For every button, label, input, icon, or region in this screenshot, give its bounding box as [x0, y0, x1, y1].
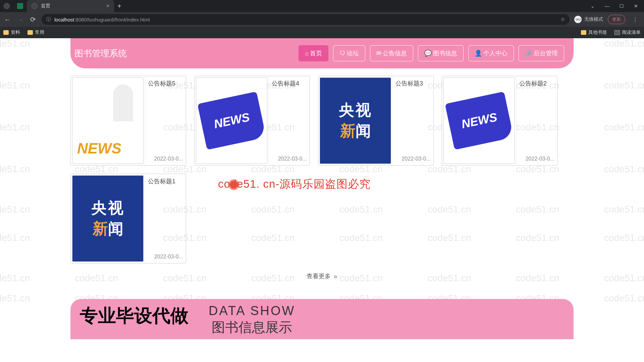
bookmarks-bar: 资料 常用 其他书签 阅读清单: [0, 27, 644, 38]
see-more-link[interactable]: 查看更多 »: [70, 272, 574, 280]
window-controls: ⌄ — ☐ ✕: [591, 3, 644, 9]
bookmark-star-icon[interactable]: ☆: [560, 16, 565, 22]
card-date: 2022-03-0...: [148, 254, 183, 260]
bookmark-folder-changyong[interactable]: 常用: [28, 29, 44, 36]
tab-title: 首页: [41, 3, 50, 9]
nav-icon: 👤: [475, 50, 482, 57]
card-date: 2022-03-0...: [519, 156, 554, 162]
page: code51.cncode51.cncode51.cncode51.cncode…: [0, 38, 644, 339]
nav-item-2[interactable]: ✉公告信息: [370, 45, 413, 61]
announcement-card[interactable]: NEWS公告标题22022-03-0...: [442, 76, 557, 166]
announcement-card[interactable]: 央视新闻公告标题12022-03-0...: [70, 174, 186, 263]
banner-en: DATA SHOW: [209, 304, 295, 318]
nav-icon: ⌂: [305, 50, 309, 57]
card-body: 公告标题22022-03-0...: [517, 76, 557, 165]
card-body: 公告标题32022-03-0...: [393, 76, 433, 165]
tab-bar: 首页 × + ⌄ — ☐ ✕: [0, 0, 644, 12]
window-close-icon[interactable]: ✕: [634, 3, 638, 9]
card-date: 2022-03-0...: [395, 156, 431, 162]
card-title: 公告标题4: [272, 79, 307, 87]
folder-icon: [3, 30, 9, 35]
incognito-icon: 👓: [574, 16, 582, 23]
card-thumbnail: NEWS: [195, 76, 269, 165]
url-text: localhost:8080/tushuguanli/front/index.h…: [54, 17, 557, 22]
url-field[interactable]: ⓘ localhost:8080/tushuguanli/front/index…: [42, 14, 570, 25]
os-icon[interactable]: [0, 3, 13, 9]
browser-chrome: 首页 × + ⌄ — ☐ ✕ ← → ⟳ ⓘ localhost:8080/tu…: [0, 0, 644, 38]
nav-icon: 🗨: [339, 50, 345, 57]
address-bar: ← → ⟳ ⓘ localhost:8080/tushuguanli/front…: [0, 12, 644, 27]
card-thumbnail: 央视新闻: [318, 76, 393, 165]
banner-right: DATA SHOW 图书信息展示: [209, 304, 295, 337]
nav-item-1[interactable]: 🗨论坛: [333, 45, 365, 61]
nav-item-0[interactable]: ⌂首页: [299, 45, 328, 61]
card-thumbnail: NEWS: [442, 76, 517, 165]
card-body: 公告标题12022-03-0...: [145, 174, 186, 263]
nav-label: 公告信息: [383, 49, 407, 57]
chevron-right-icon: »: [333, 273, 337, 280]
banner-left-title: 专业毕设代做: [80, 304, 189, 328]
folder-icon: [581, 30, 586, 35]
nav-label: 论坛: [347, 49, 359, 57]
close-tab-icon[interactable]: ×: [106, 3, 109, 9]
main-nav: ⌂首页🗨论坛✉公告信息💬图书信息👤个人中心🔗后台管理: [299, 45, 564, 61]
site-info-icon[interactable]: ⓘ: [46, 16, 51, 22]
nav-item-5[interactable]: 🔗后台管理: [519, 45, 564, 61]
reading-list[interactable]: 阅读清单: [614, 29, 641, 36]
cursor-annotation: [228, 179, 239, 190]
nav-label: 图书信息: [433, 49, 457, 57]
app-icon[interactable]: [13, 3, 27, 9]
nav-label: 后台管理: [534, 49, 558, 57]
site-logo: 图书管理系统: [74, 48, 127, 59]
window-dropdown-icon[interactable]: ⌄: [591, 3, 595, 9]
window-maximize-icon[interactable]: ☐: [620, 3, 624, 9]
card-title: 公告标题1: [148, 177, 183, 185]
card-body: 公告标题52022-03-0...: [145, 76, 186, 165]
card-thumbnail: NEWS: [71, 76, 145, 165]
nav-item-4[interactable]: 👤个人中心: [468, 45, 514, 61]
profile-badge[interactable]: 👓 无痕模式: [574, 16, 603, 23]
card-body: 公告标题42022-03-0...: [269, 76, 310, 165]
folder-icon: [28, 30, 33, 35]
announcement-card[interactable]: NEWS公告标题52022-03-0...: [70, 76, 186, 166]
nav-label: 个人中心: [483, 49, 507, 57]
announcement-grid: NEWS公告标题52022-03-0...NEWS公告标题42022-03-0.…: [70, 76, 574, 263]
top-banner: 图书管理系统 ⌂首页🗨论坛✉公告信息💬图书信息👤个人中心🔗后台管理: [70, 38, 574, 68]
card-date: 2022-03-0...: [148, 156, 183, 162]
back-button[interactable]: ←: [3, 16, 11, 23]
browser-tab[interactable]: 首页 ×: [27, 0, 114, 12]
watermark-overlay: code51. cn-源码乐园盗图必究: [218, 177, 371, 192]
other-bookmarks[interactable]: 其他书签: [581, 29, 607, 36]
see-more-label: 查看更多: [307, 272, 331, 280]
incognito-label: 无痕模式: [584, 16, 603, 22]
new-tab-button[interactable]: +: [114, 2, 125, 10]
bookmark-folder-ziliao[interactable]: 资料: [3, 29, 20, 36]
list-icon: [614, 30, 620, 35]
announcement-card[interactable]: 央视新闻公告标题32022-03-0...: [318, 76, 434, 166]
nav-icon: 💬: [424, 50, 432, 57]
window-minimize-icon[interactable]: —: [605, 3, 609, 9]
banner-zh: 图书信息展示: [209, 318, 295, 337]
announcement-card[interactable]: NEWS公告标题42022-03-0...: [194, 76, 310, 166]
card-title: 公告标题5: [148, 79, 183, 87]
bottom-banner: 专业毕设代做 DATA SHOW 图书信息展示: [70, 299, 574, 339]
update-button[interactable]: 更新: [608, 15, 625, 24]
card-title: 公告标题2: [519, 79, 554, 87]
nav-label: 首页: [310, 49, 322, 57]
nav-icon: 🔗: [525, 50, 532, 57]
nav-icon: ✉: [376, 50, 381, 57]
reload-button[interactable]: ⟳: [29, 15, 37, 23]
browser-menu-icon[interactable]: ⋮: [630, 16, 641, 23]
card-title: 公告标题3: [395, 79, 431, 87]
favicon: [32, 3, 38, 9]
nav-item-3[interactable]: 💬图书信息: [418, 45, 464, 61]
card-date: 2022-03-0...: [272, 156, 307, 162]
card-thumbnail: 央视新闻: [71, 174, 145, 263]
forward-button[interactable]: →: [16, 16, 24, 23]
